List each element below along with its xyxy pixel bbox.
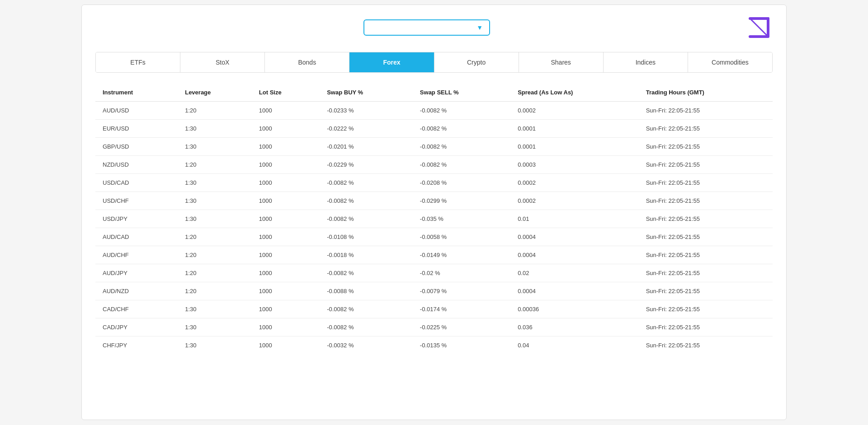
cell-12-0: CAD/JPY (95, 318, 178, 336)
cell-4-0: USD/CAD (95, 174, 178, 192)
cell-3-5: 0.0003 (510, 156, 639, 174)
tab-commodities[interactable]: Commodities (688, 52, 772, 72)
cell-13-2: 1000 (252, 336, 320, 355)
tab-etfs[interactable]: ETFs (96, 52, 180, 72)
cell-6-3: -0.0082 % (320, 210, 413, 228)
cell-9-6: Sun-Fri: 22:05-21:55 (639, 264, 773, 282)
table-row: USD/CAD1:301000-0.0082 %-0.0208 %0.0002S… (95, 174, 773, 192)
cell-8-6: Sun-Fri: 22:05-21:55 (639, 246, 773, 264)
cell-0-0: AUD/USD (95, 102, 178, 120)
cell-2-5: 0.0001 (510, 138, 639, 156)
cell-5-0: USD/CHF (95, 192, 178, 210)
table-row: AUD/NZD1:201000-0.0088 %-0.0079 %0.0004S… (95, 282, 773, 300)
platform-selector[interactable]: ▼ (363, 19, 490, 36)
tab-indices[interactable]: Indices (604, 52, 688, 72)
cell-9-5: 0.02 (510, 264, 639, 282)
cell-2-4: -0.0082 % (413, 138, 510, 156)
cell-2-0: GBP/USD (95, 138, 178, 156)
cell-1-1: 1:30 (178, 120, 252, 138)
cell-4-6: Sun-Fri: 22:05-21:55 (639, 174, 773, 192)
cell-11-5: 0.00036 (510, 300, 639, 318)
tab-forex[interactable]: Forex (349, 52, 434, 72)
cell-7-2: 1000 (252, 228, 320, 246)
header: ▼ (95, 14, 773, 41)
col-header-leverage: Leverage (178, 84, 252, 102)
tab-stox[interactable]: StoX (180, 52, 265, 72)
cell-3-4: -0.0082 % (413, 156, 510, 174)
cell-10-5: 0.0004 (510, 282, 639, 300)
table-row: CAD/CHF1:301000-0.0082 %-0.0174 %0.00036… (95, 300, 773, 318)
instruments-table: InstrumentLeverageLot SizeSwap BUY %Swap… (95, 84, 773, 354)
cell-4-4: -0.0208 % (413, 174, 510, 192)
cell-5-4: -0.0299 % (413, 192, 510, 210)
cell-5-2: 1000 (252, 192, 320, 210)
col-header-swap-buy--: Swap BUY % (320, 84, 413, 102)
cell-6-5: 0.01 (510, 210, 639, 228)
cell-9-4: -0.02 % (413, 264, 510, 282)
cell-0-2: 1000 (252, 102, 320, 120)
cell-12-4: -0.0225 % (413, 318, 510, 336)
cell-0-4: -0.0082 % (413, 102, 510, 120)
cell-11-4: -0.0174 % (413, 300, 510, 318)
col-header-swap-sell--: Swap SELL % (413, 84, 510, 102)
cell-9-3: -0.0082 % (320, 264, 413, 282)
cell-0-1: 1:20 (178, 102, 252, 120)
cell-0-3: -0.0233 % (320, 102, 413, 120)
cell-4-3: -0.0082 % (320, 174, 413, 192)
cell-1-6: Sun-Fri: 22:05-21:55 (639, 120, 773, 138)
cell-10-6: Sun-Fri: 22:05-21:55 (639, 282, 773, 300)
cell-3-2: 1000 (252, 156, 320, 174)
cell-9-0: AUD/JPY (95, 264, 178, 282)
col-header-spread--as-low-as-: Spread (As Low As) (510, 84, 639, 102)
cell-4-1: 1:30 (178, 174, 252, 192)
cell-11-6: Sun-Fri: 22:05-21:55 (639, 300, 773, 318)
table-row: GBP/USD1:301000-0.0201 %-0.0082 %0.0001S… (95, 138, 773, 156)
cell-9-2: 1000 (252, 264, 320, 282)
cell-7-1: 1:20 (178, 228, 252, 246)
cell-6-6: Sun-Fri: 22:05-21:55 (639, 210, 773, 228)
cell-12-5: 0.036 (510, 318, 639, 336)
cell-13-1: 1:30 (178, 336, 252, 355)
cell-8-0: AUD/CHF (95, 246, 178, 264)
cell-2-3: -0.0201 % (320, 138, 413, 156)
cell-3-0: NZD/USD (95, 156, 178, 174)
table-row: NZD/USD1:201000-0.0229 %-0.0082 %0.0003S… (95, 156, 773, 174)
cell-13-6: Sun-Fri: 22:05-21:55 (639, 336, 773, 355)
cell-10-2: 1000 (252, 282, 320, 300)
tab-crypto[interactable]: Crypto (434, 52, 519, 72)
cell-6-2: 1000 (252, 210, 320, 228)
table-row: AUD/USD1:201000-0.0233 %-0.0082 %0.0002S… (95, 102, 773, 120)
cell-2-2: 1000 (252, 138, 320, 156)
cell-9-1: 1:20 (178, 264, 252, 282)
cell-8-1: 1:20 (178, 246, 252, 264)
cell-11-1: 1:30 (178, 300, 252, 318)
cell-2-1: 1:30 (178, 138, 252, 156)
cell-12-6: Sun-Fri: 22:05-21:55 (639, 318, 773, 336)
cell-13-5: 0.04 (510, 336, 639, 355)
cell-5-5: 0.0002 (510, 192, 639, 210)
cell-12-3: -0.0082 % (320, 318, 413, 336)
cell-1-5: 0.0001 (510, 120, 639, 138)
cell-4-2: 1000 (252, 174, 320, 192)
table-row: USD/JPY1:301000-0.0082 %-0.035 %0.01Sun-… (95, 210, 773, 228)
col-header-trading-hours--gmt-: Trading Hours (GMT) (639, 84, 773, 102)
cell-8-4: -0.0149 % (413, 246, 510, 264)
cell-4-5: 0.0002 (510, 174, 639, 192)
cell-0-6: Sun-Fri: 22:05-21:55 (639, 102, 773, 120)
cell-7-4: -0.0058 % (413, 228, 510, 246)
cell-7-0: AUD/CAD (95, 228, 178, 246)
cell-12-1: 1:30 (178, 318, 252, 336)
cell-12-2: 1000 (252, 318, 320, 336)
cell-13-0: CHF/JPY (95, 336, 178, 355)
cell-11-2: 1000 (252, 300, 320, 318)
tab-bonds[interactable]: Bonds (265, 52, 349, 72)
cell-1-3: -0.0222 % (320, 120, 413, 138)
tab-shares[interactable]: Shares (519, 52, 604, 72)
svg-line-0 (750, 19, 768, 37)
cell-10-3: -0.0088 % (320, 282, 413, 300)
cell-7-3: -0.0108 % (320, 228, 413, 246)
cell-6-1: 1:30 (178, 210, 252, 228)
table-row: USD/CHF1:301000-0.0082 %-0.0299 %0.0002S… (95, 192, 773, 210)
table-row: CAD/JPY1:301000-0.0082 %-0.0225 %0.036Su… (95, 318, 773, 336)
cell-1-2: 1000 (252, 120, 320, 138)
